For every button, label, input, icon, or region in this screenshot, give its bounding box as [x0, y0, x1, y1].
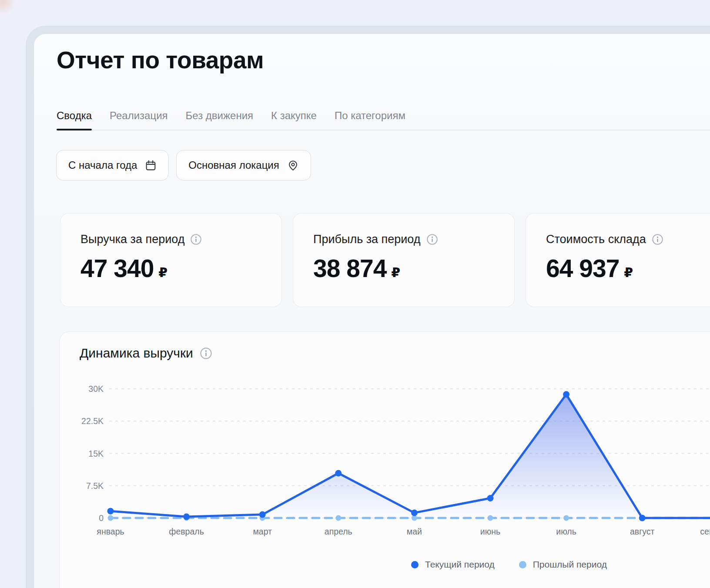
svg-text:март: март: [253, 527, 272, 536]
stat-card-revenue: Выручка за период 47 340 ₽: [60, 213, 282, 307]
calendar-icon: [145, 160, 157, 171]
legend-item-current-period[interactable]: Текущий период: [411, 559, 495, 570]
info-icon[interactable]: [652, 234, 663, 245]
legend-label: Прошлый период: [533, 559, 607, 570]
currency-sign: ₽: [158, 265, 167, 280]
previous-period-dot-icon: [519, 561, 526, 568]
svg-text:январь: январь: [97, 527, 124, 536]
period-filter-label: С начала года: [68, 159, 137, 171]
stock-value-label: Стоимость склада: [546, 233, 646, 246]
revenue-dynamics-card: Динамика выручки 07.5K15K22.5K30Kянварьф…: [59, 331, 710, 588]
info-icon[interactable]: [426, 234, 438, 245]
tab-by-categories[interactable]: По категориям: [335, 110, 405, 122]
tab-realization[interactable]: Реализация: [110, 110, 168, 122]
chart-title: Динамика выручки: [80, 346, 193, 361]
svg-text:0: 0: [99, 513, 104, 523]
stock-value-value: 64 937: [546, 254, 619, 283]
location-pin-icon: [287, 160, 299, 171]
page-title: Отчет по товарам: [57, 46, 264, 74]
revenue-label: Выручка за период: [80, 233, 184, 246]
tab-summary[interactable]: Сводка: [57, 110, 92, 122]
svg-text:апрель: апрель: [325, 527, 352, 536]
tab-bar: Сводка Реализация Без движения К закупке…: [57, 110, 710, 130]
legend-item-previous-period[interactable]: Прошлый период: [519, 559, 607, 570]
profit-label: Прибыль за период: [313, 233, 421, 246]
info-icon[interactable]: [200, 347, 212, 360]
svg-text:июнь: июнь: [480, 527, 500, 536]
legend-label: Текущий период: [425, 559, 495, 570]
currency-sign: ₽: [391, 265, 400, 280]
currency-sign: ₽: [624, 265, 633, 280]
svg-text:сентябрь: сентябрь: [700, 527, 710, 536]
info-icon[interactable]: [190, 234, 202, 245]
svg-text:июль: июль: [556, 527, 576, 536]
revenue-value: 47 340: [80, 254, 154, 283]
tab-no-movement[interactable]: Без движения: [186, 110, 253, 122]
chart-legend: Текущий период Прошлый период: [411, 559, 607, 570]
svg-text:15K: 15K: [88, 449, 104, 458]
svg-text:30K: 30K: [88, 384, 104, 394]
stat-cards-row: Выручка за период 47 340 ₽ Прибыль за пе…: [60, 213, 710, 307]
svg-text:февраль: февраль: [169, 527, 204, 536]
stat-card-profit: Прибыль за период 38 874 ₽: [293, 213, 515, 307]
svg-text:22.5K: 22.5K: [81, 416, 104, 426]
current-period-dot-icon: [411, 561, 419, 568]
filter-bar: С начала года Основная локация: [56, 150, 311, 180]
location-filter-button[interactable]: Основная локация: [176, 150, 311, 180]
svg-text:август: август: [630, 527, 655, 536]
revenue-dynamics-chart: 07.5K15K22.5K30Kянварьфевральмартапрельм…: [60, 332, 710, 588]
tab-to-purchase[interactable]: К закупке: [271, 110, 317, 122]
svg-text:май: май: [407, 527, 422, 536]
profit-value: 38 874: [313, 254, 386, 283]
location-filter-label: Основная локация: [188, 159, 279, 171]
stat-card-stock-value: Стоимость склада 64 937 ₽: [526, 213, 710, 307]
period-filter-button[interactable]: С начала года: [56, 150, 169, 180]
svg-text:7.5K: 7.5K: [86, 481, 104, 491]
